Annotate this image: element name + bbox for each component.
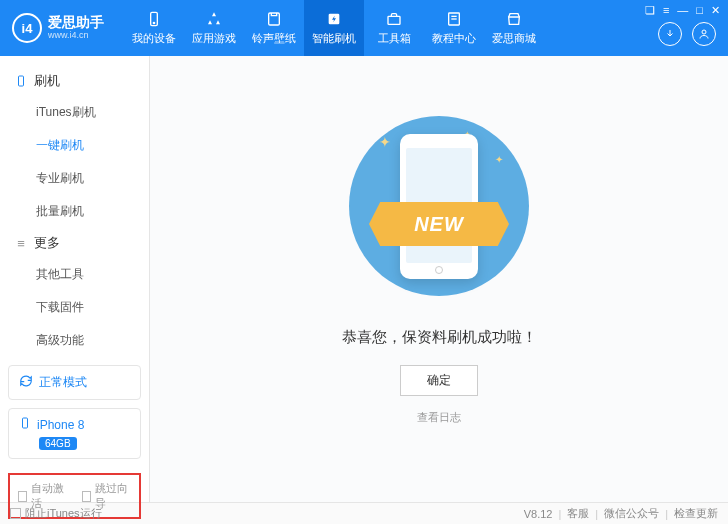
checkbox-block-itunes[interactable]: 阻止iTunes运行 bbox=[10, 506, 102, 521]
sidebar-item-download-firmware[interactable]: 下载固件 bbox=[36, 291, 149, 324]
device-mode-card[interactable]: 正常模式 bbox=[8, 365, 141, 400]
shop-icon bbox=[505, 10, 523, 28]
storage-badge: 64GB bbox=[39, 437, 77, 450]
sidebar-item-onekey-flash[interactable]: 一键刷机 bbox=[36, 129, 149, 162]
tray-icon[interactable]: ❏ bbox=[645, 4, 655, 17]
view-log-link[interactable]: 查看日志 bbox=[417, 410, 461, 425]
refresh-icon bbox=[19, 374, 33, 391]
apps-icon bbox=[205, 10, 223, 28]
footer-link-support[interactable]: 客服 bbox=[567, 506, 589, 521]
nav-label: 应用游戏 bbox=[192, 31, 236, 46]
logo-icon: i4 bbox=[12, 13, 42, 43]
device-name: iPhone 8 bbox=[37, 418, 84, 432]
device-card[interactable]: iPhone 8 64GB bbox=[8, 408, 141, 459]
nav-label: 工具箱 bbox=[378, 31, 411, 46]
nav-ringtones[interactable]: 铃声壁纸 bbox=[244, 0, 304, 56]
flash-icon bbox=[325, 10, 343, 28]
success-illustration: ✦ ✦ ✦ NEW bbox=[339, 106, 539, 306]
menu-icon: ≡ bbox=[14, 236, 28, 250]
version-label: V8.12 bbox=[524, 508, 553, 520]
window-controls: ❏ ≡ — □ ✕ bbox=[645, 4, 720, 17]
sidebar-section-more[interactable]: ≡ 更多 bbox=[0, 228, 149, 258]
sidebar-item-itunes-flash[interactable]: iTunes刷机 bbox=[36, 96, 149, 129]
toolbox-icon bbox=[385, 10, 403, 28]
nav-shop[interactable]: 爱思商城 bbox=[484, 0, 544, 56]
nav-my-device[interactable]: 我的设备 bbox=[124, 0, 184, 56]
sidebar-item-other-tools[interactable]: 其他工具 bbox=[36, 258, 149, 291]
nav-label: 我的设备 bbox=[132, 31, 176, 46]
phone-icon bbox=[145, 10, 163, 28]
phone-icon bbox=[14, 74, 28, 88]
nav-toolbox[interactable]: 工具箱 bbox=[364, 0, 424, 56]
user-button[interactable] bbox=[692, 22, 716, 46]
success-message: 恭喜您，保资料刷机成功啦！ bbox=[342, 328, 537, 347]
app-logo: i4 爱思助手 www.i4.cn bbox=[12, 13, 104, 43]
book-icon bbox=[445, 10, 463, 28]
app-url: www.i4.cn bbox=[48, 31, 104, 41]
new-ribbon: NEW bbox=[369, 202, 509, 246]
svg-point-1 bbox=[153, 22, 154, 23]
nav-tutorials[interactable]: 教程中心 bbox=[424, 0, 484, 56]
sidebar-item-advanced[interactable]: 高级功能 bbox=[36, 324, 149, 357]
svg-rect-2 bbox=[269, 13, 280, 25]
svg-rect-9 bbox=[19, 76, 24, 86]
music-icon bbox=[265, 10, 283, 28]
svg-point-8 bbox=[702, 30, 706, 34]
nav-label: 教程中心 bbox=[432, 31, 476, 46]
phone-icon bbox=[19, 417, 31, 432]
nav-label: 智能刷机 bbox=[312, 31, 356, 46]
nav-apps[interactable]: 应用游戏 bbox=[184, 0, 244, 56]
close-icon[interactable]: ✕ bbox=[711, 4, 720, 17]
sidebar-section-flash[interactable]: 刷机 bbox=[0, 66, 149, 96]
header-right-buttons bbox=[658, 22, 716, 46]
confirm-button[interactable]: 确定 bbox=[400, 365, 478, 396]
app-name: 爱思助手 bbox=[48, 15, 104, 30]
footer-link-update[interactable]: 检查更新 bbox=[674, 506, 718, 521]
svg-rect-4 bbox=[388, 16, 400, 24]
section-title: 更多 bbox=[34, 234, 60, 252]
minimize-icon[interactable]: — bbox=[677, 4, 688, 17]
top-nav: 我的设备 应用游戏 铃声壁纸 智能刷机 工具箱 教程中心 爱思商城 bbox=[124, 0, 544, 56]
footer-link-wechat[interactable]: 微信公众号 bbox=[604, 506, 659, 521]
menu-icon[interactable]: ≡ bbox=[663, 4, 669, 17]
main-content: ✦ ✦ ✦ NEW 恭喜您，保资料刷机成功啦！ 确定 查看日志 bbox=[150, 56, 728, 502]
sidebar: 刷机 iTunes刷机 一键刷机 专业刷机 批量刷机 ≡ 更多 其他工具 下载固… bbox=[0, 56, 150, 502]
nav-label: 铃声壁纸 bbox=[252, 31, 296, 46]
sparkle-icon: ✦ bbox=[495, 154, 503, 165]
app-header: i4 爱思助手 www.i4.cn 我的设备 应用游戏 铃声壁纸 智能刷机 工具… bbox=[0, 0, 728, 56]
download-button[interactable] bbox=[658, 22, 682, 46]
sparkle-icon: ✦ bbox=[379, 134, 391, 150]
sidebar-item-pro-flash[interactable]: 专业刷机 bbox=[36, 162, 149, 195]
nav-flash[interactable]: 智能刷机 bbox=[304, 0, 364, 56]
maximize-icon[interactable]: □ bbox=[696, 4, 703, 17]
svg-rect-10 bbox=[23, 418, 28, 428]
mode-label: 正常模式 bbox=[39, 374, 87, 391]
section-title: 刷机 bbox=[34, 72, 60, 90]
nav-label: 爱思商城 bbox=[492, 31, 536, 46]
sidebar-item-batch-flash[interactable]: 批量刷机 bbox=[36, 195, 149, 228]
